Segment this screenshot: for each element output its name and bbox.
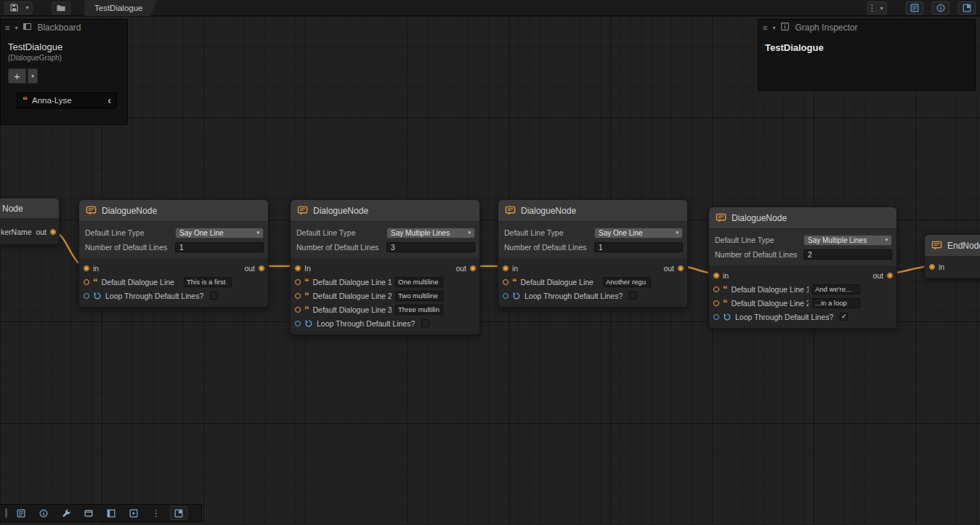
save-dropdown-button[interactable]: ▾ [23,2,32,14]
tools-button[interactable] [57,506,75,520]
tab-testdialogue[interactable]: TestDialogue [84,0,157,16]
add-property-button[interactable]: + [8,68,26,84]
dialogue-icon [86,205,97,217]
line-type-dropdown[interactable]: Say One Line ▾ [175,228,264,239]
graph-inspector-panel[interactable]: ≡ ▾ Graph Inspector TestDialogue [758,19,976,91]
field-value: And we're... [815,285,851,293]
port-dialogue-line[interactable] [84,279,89,285]
loop-checkbox[interactable] [210,292,218,300]
port-loop[interactable] [713,314,719,320]
dialogue-line-field[interactable]: And we're... [812,284,860,294]
add-property-dropdown[interactable]: ▾ [28,68,38,84]
dialogue-node[interactable]: DialogueNode Default Line Type Say Multi… [290,199,480,335]
panel-title: Blackboard [37,23,81,33]
collapse-caret-icon[interactable]: ▾ [772,25,775,31]
port-out[interactable] [678,265,684,271]
hamburger-icon[interactable]: ≡ [763,24,767,32]
quote-icon: “ [23,97,28,104]
dialogue-line-field[interactable]: Three multilin [395,305,443,315]
port-in[interactable] [295,265,301,271]
dialogue-line-field[interactable]: ...in a loop [812,298,860,308]
popout-button[interactable] [170,506,187,520]
folder-button[interactable] [52,2,70,14]
wrench-icon [61,508,71,518]
node-title: DialogueNode [732,213,787,223]
port-out[interactable] [470,265,476,271]
line-count-field[interactable]: 3 [386,242,475,252]
collapse-caret-icon[interactable]: ▾ [15,25,17,31]
port-in[interactable] [929,264,935,270]
speaker-node[interactable]: Node kerName out [0,198,60,245]
blackboard-toggle-button[interactable] [906,1,923,15]
port-dialogue-line[interactable] [295,307,301,313]
node-title: EndNode [947,241,980,251]
blackboard-button[interactable] [102,506,120,520]
node-properties: Default Line Type Say Multiple Lines ▾ N… [291,222,479,258]
port-dialogue-line[interactable] [503,279,509,285]
dialogue-node[interactable]: DialogueNode Default Line Type Say One L… [498,199,688,308]
inspector-button[interactable] [35,506,52,520]
port-loop[interactable] [84,293,89,299]
port-out[interactable] [259,265,264,271]
line-type-dropdown[interactable]: Say Multiple Lines ▾ [386,228,475,239]
dialogue-node[interactable]: DialogueNode Default Line Type Say Multi… [708,207,897,329]
line-type-dropdown[interactable]: Say Multiple Lines ▾ [803,235,892,246]
dialogue-line-field[interactable]: This is a first [184,277,232,287]
blackboard-property[interactable]: “ Anna-Lyse ‹ [17,92,117,108]
port-out[interactable] [50,229,56,235]
port-label: kerName [1,228,32,236]
chevron-left-icon[interactable]: ‹ [108,95,111,105]
inspector-toggle-icon [936,3,946,13]
quote-icon: “ [723,286,728,292]
port-dialogue-line[interactable] [713,300,719,306]
drag-handle-icon[interactable] [5,508,7,518]
inspector-toggle-button[interactable] [932,1,949,15]
more-menu-button[interactable]: ⋮ [867,2,877,14]
dialogue-line-field[interactable]: One multiline [395,277,443,287]
port-loop[interactable] [503,293,509,299]
node-title: Node [2,204,23,214]
list-button[interactable] [12,506,30,520]
port-label: Default Dialogue Line 2 [313,292,392,300]
port-in[interactable] [713,273,719,278]
dialogue-node[interactable]: DialogueNode Default Line Type Say One L… [78,199,269,308]
port-label: in [93,264,99,273]
node-title-bar: DialogueNode [498,200,687,222]
console-button[interactable] [125,506,142,520]
blackboard-panel[interactable]: ≡ ▾ Blackboard TestDialogue (DialogueGra… [0,19,128,125]
graph-canvas[interactable]: Node kerName out DialogueNode [0,16,980,525]
port-in[interactable] [84,265,89,271]
line-count-field[interactable]: 2 [803,249,892,260]
dialogue-line-field[interactable]: Two multiline [395,291,443,301]
hamburger-icon[interactable]: ≡ [5,24,9,32]
port-dialogue-line[interactable] [295,293,301,299]
loop-checkbox[interactable] [421,319,429,327]
port-dialogue-line[interactable] [295,279,301,285]
port-in[interactable] [503,265,509,271]
end-node[interactable]: EndNode in [924,234,980,278]
field-value: 1 [179,244,184,252]
blackboard-graph-type: (DialogueGraph) [8,54,127,62]
port-label: Loop Through Default Lines? [317,319,415,328]
port-dialogue-line[interactable] [713,286,719,292]
loop-checkbox[interactable]: ✓ [840,313,848,321]
more-button[interactable]: ⋮ [147,506,165,520]
popout-toggle-button[interactable] [958,1,976,15]
port-loop[interactable] [295,321,301,326]
prop-label: Default Line Type [85,228,175,237]
dialogue-icon [505,205,517,217]
save-button[interactable] [5,2,23,14]
port-label-out: out [663,264,674,273]
port-label: in [512,264,518,273]
loop-checkbox[interactable] [629,292,637,300]
line-count-field[interactable]: 1 [175,242,264,252]
more-menu-dropdown[interactable]: ▾ [877,2,886,14]
port-label-out: out [455,264,466,273]
panel-title: Graph Inspector [795,23,857,33]
line-count-field[interactable]: 1 [594,242,683,252]
port-out[interactable] [887,273,893,278]
minimap-button[interactable] [80,506,97,520]
dialogue-line-field[interactable]: Another regu [603,277,651,287]
line-type-dropdown[interactable]: Say One Line ▾ [594,228,683,239]
chevron-down-icon: ▾ [880,5,883,12]
